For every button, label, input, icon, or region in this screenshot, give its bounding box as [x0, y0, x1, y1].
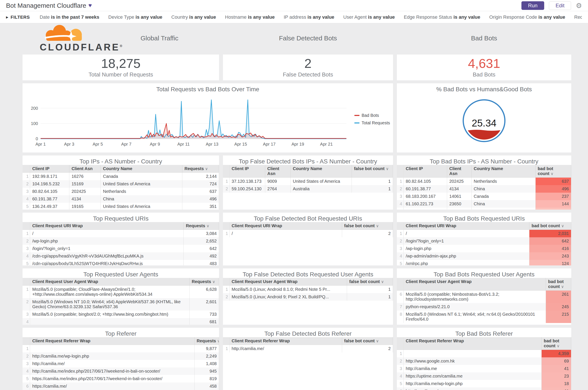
table-card-false-referer[interactable]: Top False Detected Bots Referer Client R…	[223, 328, 393, 390]
sort-chevron-icon[interactable]: ∨	[376, 339, 379, 343]
sort-chevron-icon[interactable]: ∨	[551, 172, 553, 176]
data-table[interactable]: Client Request Referer Wrapfalse bot cou…	[223, 337, 393, 352]
table-row[interactable]: 7python-requests/2.21.0245	[397, 303, 571, 311]
table-row[interactable]: 5/cdn-cgi/apps/body/3Lh52SjWTQ4HRlErJykH…	[23, 260, 219, 265]
filter-item[interactable]: Country is any value	[171, 14, 216, 20]
kpi-bad-bots[interactable]: 4,631 Bad Bots	[397, 54, 571, 80]
data-table[interactable]: Client IPClient AsnCountry Namefalse bot…	[223, 165, 393, 193]
sort-chevron-icon[interactable]: ∨	[217, 339, 219, 343]
table-row[interactable]: 3Mozilla/5.0 (compatible; bingbot/2.0; +…	[23, 311, 219, 318]
table-card-top-uris[interactable]: Top Requested URIs Client Request URI Wr…	[23, 213, 219, 265]
table-row[interactable]: 5/xmlrpc.php124	[397, 260, 571, 265]
table-row[interactable]: 1/2	[223, 230, 393, 238]
filter-item[interactable]: User Agent is any value	[343, 14, 395, 20]
column-header[interactable]: Client Request User Agent Wrap	[403, 278, 546, 291]
sort-chevron-icon[interactable]: ∨	[386, 167, 389, 171]
data-table[interactable]: Client IPClient AsnCountry NameRequests∨…	[23, 165, 219, 210]
column-header[interactable]: false bot count∨	[347, 278, 393, 286]
table-row[interactable]: 3/login/?login_only=1642	[23, 245, 219, 252]
column-header[interactable]: Country Name	[291, 165, 352, 178]
table-card-bad-user-agents[interactable]: Top Bad Bots Requested User Agents Clien…	[397, 268, 571, 325]
table-row[interactable]: 460.191.38.774134China496	[23, 195, 219, 203]
column-header[interactable]: Country Name	[101, 165, 182, 173]
column-header[interactable]: Client Request User Agent Wrap	[229, 278, 347, 286]
table-card-bad-ips[interactable]: Top Bad Bots IPs - AS Number - Country C…	[397, 155, 571, 210]
column-header[interactable]: bad bot count∨	[529, 222, 571, 230]
legend-item-bad-bots[interactable]: Bad Bots	[354, 113, 390, 118]
data-table[interactable]: Client Request Referer Wrapbad bot count…	[397, 337, 571, 390]
column-header[interactable]: Client IP	[229, 165, 265, 178]
sort-chevron-icon[interactable]: ∨	[557, 344, 559, 348]
data-table[interactable]: Client Request Referer WrapRequests∨19,8…	[23, 337, 219, 390]
table-card-top-user-agents[interactable]: Top Requested User Agents Client Request…	[23, 268, 219, 325]
column-header[interactable]: false bot count∨	[342, 337, 393, 345]
table-card-false-ips[interactable]: Top False Detected Bots IPs - AS Number …	[223, 155, 393, 210]
column-header[interactable]: Client Request URI Wrap	[229, 222, 342, 230]
table-card-top-referer[interactable]: Top Referer Client Request Referer WrapR…	[23, 328, 219, 390]
table-row[interactable]: 1/3,084	[23, 230, 219, 238]
table-row[interactable]: 1/2,031	[397, 230, 571, 238]
table-row[interactable]: 5	[397, 208, 571, 210]
table-row[interactable]: 2104.198.5.23215169United States of Amer…	[23, 180, 219, 188]
column-header[interactable]: Client Asn	[447, 165, 472, 178]
table-row[interactable]: 2Mozilla/5.0 (Linux; Android 9; Pixel 2 …	[223, 293, 393, 301]
table-row[interactable]: 2http://www.google.com.hk69	[397, 357, 571, 365]
sort-chevron-icon[interactable]: ∨	[561, 224, 564, 228]
table-row[interactable]: 19,877	[23, 345, 219, 353]
filter-item[interactable]: Request URI is any value	[574, 14, 582, 20]
column-header[interactable]: Client Asn	[69, 165, 101, 173]
table-row[interactable]: 180.82.64.105202425Netherlands637	[397, 178, 571, 185]
column-header[interactable]: Client Asn	[265, 165, 291, 178]
table-row[interactable]: 4681	[23, 318, 219, 325]
table-row[interactable]: 8Mozilla/5.0 (Windows NT 6.1; Win64; x64…	[397, 311, 571, 323]
data-table[interactable]: Client Request User Agent WrapRequests∨1…	[23, 278, 219, 325]
table-row[interactable]: 5http://camilia.me/wp-login.php18	[397, 380, 571, 388]
table-card-false-user-agents[interactable]: Top False Detected Bots Requested User A…	[223, 268, 393, 325]
table-card-bad-uris[interactable]: Top Bad Bots Requested URIs Client Reque…	[397, 213, 571, 265]
column-header[interactable]: Client Request Referer Wrap	[229, 337, 342, 345]
filter-item[interactable]: Origin Response Code is any value	[489, 14, 565, 20]
sort-chevron-icon[interactable]: ∨	[212, 280, 215, 284]
table-row[interactable]: 368.183.200.16714061Canada237	[397, 193, 571, 200]
edit-button[interactable]: Edit	[549, 1, 571, 10]
column-header[interactable]: Client Request User Agent Wrap	[30, 278, 190, 286]
column-header[interactable]: Requests∨	[184, 222, 219, 230]
table-row[interactable]: 260.191.38.774134China496	[397, 185, 571, 193]
table-row[interactable]: 3/wp-login.php416	[397, 245, 571, 252]
table-card-false-uris[interactable]: Top False Detected Bot Requested URIs Cl…	[223, 213, 393, 265]
data-table[interactable]: Client Request User Agent Wrapbad bot co…	[397, 278, 571, 323]
column-header[interactable]: bad bot count∨	[542, 337, 571, 350]
column-header[interactable]: Requests∨	[190, 278, 219, 286]
table-row[interactable]: 4https://uptime.com/camilia.me23	[397, 372, 571, 380]
column-header[interactable]: Country Name	[471, 165, 535, 178]
data-table[interactable]: Client Request URI Wrapfalse bot count∨1…	[223, 222, 393, 237]
filter-item[interactable]: Date is in the past 7 weeks	[40, 14, 99, 20]
kpi-false-detected-bots[interactable]: 2 False Detected Bots	[223, 54, 393, 80]
table-row[interactable]: 2http://camilia.me/wp-login.php2,249	[23, 352, 219, 360]
table-row[interactable]: 137.120.138.1739009United States of Amer…	[223, 178, 393, 185]
table-row[interactable]: 259.100.254.1302764Australia1	[223, 185, 393, 193]
table-row[interactable]: 1Mozilla/5.0 (Linux; Android 8.1.0; Redm…	[223, 286, 393, 293]
table-row[interactable]: 6Mozilla/5.0 (compatible; Nimbostratus-B…	[397, 291, 571, 303]
filter-item[interactable]: Device Type is any value	[108, 14, 162, 20]
column-header[interactable]: bad bot count∨	[535, 165, 571, 178]
timeseries-plot-area[interactable]: 0100200Apr 1Apr 3Apr 5Apr 7Apr 9Apr 11Ap…	[27, 95, 349, 152]
sort-chevron-icon[interactable]: ∨	[376, 224, 379, 228]
filter-item[interactable]: Hostname is any value	[225, 14, 275, 20]
table-row[interactable]: 4/wp-admin/admin-ajax.php243	[397, 252, 571, 260]
column-header[interactable]: Requests∨	[182, 165, 219, 173]
sort-chevron-icon[interactable]: ∨	[205, 167, 208, 171]
data-table[interactable]: Client Request URI WrapRequests∨1/3,0842…	[23, 222, 219, 265]
table-row[interactable]: 2/login/?login_only=1642	[397, 237, 571, 245]
sort-chevron-icon[interactable]: ∨	[561, 285, 564, 289]
table-row[interactable]: 461.160.221.7323650China144	[397, 200, 571, 208]
column-header[interactable]: false bot count∨	[352, 165, 393, 178]
table-row[interactable]: 14,359	[397, 350, 571, 358]
table-row[interactable]: 1192.99.8.17116276Canada2,144	[23, 173, 219, 180]
table-row[interactable]: 5136.24.49.3719165United States of Ameri…	[23, 203, 219, 210]
table-row[interactable]: 2Mozilla/5.0 (Windows NT 10.0; Win64; x6…	[23, 298, 219, 311]
sort-chevron-icon[interactable]: ∨	[381, 280, 384, 284]
table-row[interactable]: 5https://camilia.me/index.php/2017/06/17…	[23, 375, 219, 383]
table-row[interactable]: 3http://camilia.me41	[397, 365, 571, 372]
kpi-total-requests[interactable]: 18,275 Total Number of Requests	[23, 54, 219, 80]
